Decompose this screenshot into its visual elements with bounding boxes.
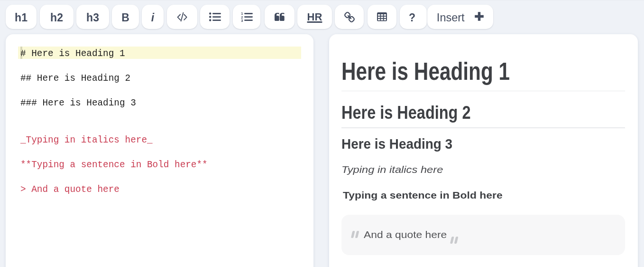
svg-text:3: 3 [241, 19, 243, 22]
